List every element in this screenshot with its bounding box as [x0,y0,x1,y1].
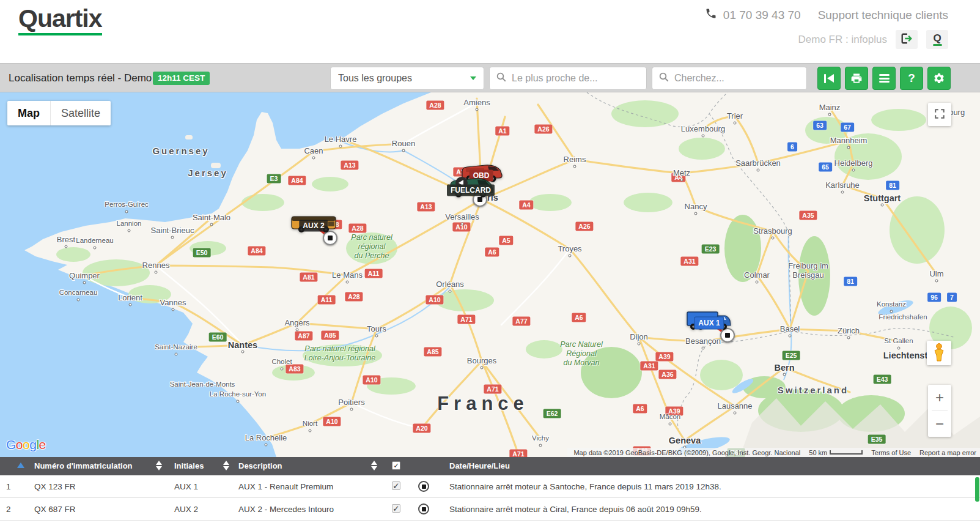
map-city-label: Freiburg im Breisgau [788,262,828,280]
nearest-search-input[interactable] [512,73,640,84]
map-city-dot [935,280,938,283]
sort-icon[interactable] [223,461,229,470]
vehicle-marker-aux-2[interactable] [288,211,339,238]
stopped-status-icon[interactable] [418,503,429,514]
map-city-dot [77,299,80,302]
map-city-dot [573,165,577,168]
map-city-dot [125,210,128,214]
map-city-dot [449,290,452,293]
map-city-label: Landerneau [76,237,113,245]
road-badge-a13: A13 [417,202,435,212]
phone-icon [705,7,717,23]
map-city-label: Mâcon [660,413,681,421]
help-icon: ? [908,72,915,85]
sort-icon[interactable] [371,461,377,470]
road-badge-a11: A11 [318,295,336,305]
select-all-checkbox[interactable]: ✓ [392,461,400,470]
map-city-label: Poitiers [338,398,364,407]
map-city-dot [128,229,131,232]
quartix-app-button[interactable]: Q [926,30,948,49]
map-city-label: Heidelberg [834,159,873,168]
report-map-error-link[interactable]: Report a map error [919,449,976,456]
list-menu-button[interactable] [872,67,896,90]
print-button[interactable] [845,67,868,90]
vehicle-row[interactable]: 2QX 687 FRAUX 2AUX 2 - Mercedes Intouro✓… [0,498,980,521]
quartix-q-icon: Q [933,33,942,46]
road-badge-a4: A4 [519,201,533,210]
map-city-label: Angers [284,319,309,328]
road-badge-a87: A87 [295,332,312,341]
map-city-label: Stuttgart [864,193,901,204]
map-city-dot [702,135,705,138]
road-badge-a85: A85 [321,331,339,340]
map-city-label: Friedrichshafen [879,313,927,321]
stopped-status-icon[interactable] [418,481,429,492]
zoom-out-button[interactable]: − [928,411,951,437]
map-region-label: France [437,393,529,415]
nearest-search-box [489,67,647,90]
map-city-label: Troyes [558,245,581,254]
map-city-label: Trier [727,112,743,121]
zoom-in-button[interactable]: + [928,385,951,410]
vehicle-search-input[interactable] [674,73,801,84]
map-canvas[interactable]: Parc naturel régional du PercheParc natu… [0,92,980,457]
terms-of-use-link[interactable]: Terms of Use [871,449,911,456]
table-body: 1QX 123 FRAUX 1AUX 1 - Renault Premium✓S… [0,475,980,521]
fullscreen-icon [934,108,945,121]
row-checkbox[interactable]: ✓ [392,504,400,513]
settings-button[interactable] [927,67,951,90]
road-badge-e35: E35 [868,435,886,444]
road-badge-a13: A13 [341,161,358,170]
col-initials[interactable]: Initiales [174,461,204,470]
registration-number: QX 687 FR [34,505,76,514]
road-badge-a84: A84 [248,247,265,256]
toolbar: Localisation temps réel - Demo FR 12h11 … [0,63,980,92]
group-dropdown[interactable]: Tous les groupes [330,67,484,90]
map-city-label: St Gallen [884,337,913,345]
search-icon [658,72,669,85]
vehicle-marker-aux-1[interactable] [685,308,734,336]
sort-icon[interactable] [156,461,162,470]
google-logo[interactable]: Google [6,437,46,452]
map-type-control: Map Satellite [7,101,111,125]
table-scrollbar[interactable] [975,477,979,502]
quartix-logo[interactable]: Quartix [18,6,102,35]
map-type-satellite-button[interactable]: Satellite [50,101,111,125]
scale-bar [830,450,863,455]
map-city-dot [281,368,284,371]
col-registration[interactable]: Numéro d'immatriculation [34,461,133,470]
road-badge-67: 67 [841,123,854,132]
road-badge-81: 81 [844,277,857,286]
map-city-dot [881,204,884,207]
col-date-heure-lieu[interactable]: Date/Heure/Lieu [449,461,510,470]
fullscreen-button[interactable] [928,103,951,126]
pegman-control[interactable] [927,341,951,365]
map-city-label: Zürich [838,327,860,336]
map-city-dot [241,351,245,354]
support-link[interactable]: Support technique clients [818,9,948,22]
map-city-label: Orléans [436,280,464,289]
map-city-dot [694,212,698,215]
map-city-dot [476,108,479,111]
map-city-label: Karlsruhe [825,181,860,190]
vehicle-row[interactable]: 1QX 123 FRAUX 1AUX 1 - Renault Premium✓S… [0,475,980,498]
row-checkbox[interactable]: ✓ [392,481,400,490]
logout-button[interactable] [896,30,918,49]
go-to-start-button[interactable] [817,67,841,90]
map-city-label: La Roche-sur-Yon [210,390,266,398]
map-city-label: Concarneau [59,289,98,297]
map-park-label: Parc Naturel Régional du Morvan [560,340,602,368]
col-description[interactable]: Description [238,461,282,470]
map-city-label: Basel [780,325,800,334]
road-badge-a11: A11 [365,269,383,278]
vehicle-marker-fuelcard[interactable] [446,175,496,203]
help-button[interactable]: ? [900,67,923,90]
sorted-column-icon[interactable] [17,462,24,468]
map-type-map-button[interactable]: Map [7,101,50,125]
road-badge-a39: A39 [665,407,683,416]
map-city-dot [175,353,178,356]
road-badge-81: 81 [886,181,899,190]
map-city-dot [789,335,792,338]
map-city-dot [402,149,405,152]
road-badge-a84: A84 [288,176,306,185]
